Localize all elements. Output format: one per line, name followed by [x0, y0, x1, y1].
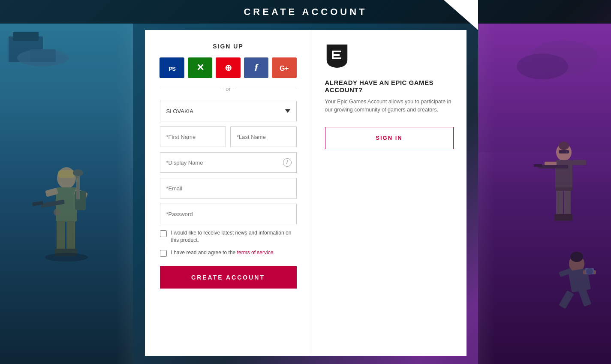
svg-rect-31 — [534, 164, 542, 167]
page-title: CREATE ACCOUNT — [244, 6, 367, 18]
svg-rect-26 — [559, 150, 569, 153]
country-select[interactable]: SLOVAKIA CZECH REPUBLIC AUSTRIA GERMANY … — [160, 101, 297, 121]
left-scene-bg — [0, 24, 133, 364]
nintendo-icon: ⊕ — [225, 63, 232, 73]
first-name-input[interactable] — [160, 126, 226, 147]
svg-rect-11 — [57, 221, 65, 251]
svg-point-18 — [73, 169, 83, 176]
svg-rect-49 — [332, 51, 334, 59]
terms-checkbox[interactable] — [160, 250, 167, 257]
playstation-signup-button[interactable] — [160, 57, 184, 78]
terms-label: I have read and agree to the terms of se… — [171, 249, 275, 256]
last-name-input[interactable] — [230, 126, 297, 147]
create-account-button[interactable]: CREATE ACCOUNT — [160, 266, 297, 289]
svg-rect-33 — [564, 189, 571, 217]
modal-container: SIGN UP ✕ ⊕ or — [145, 30, 467, 356]
svg-rect-17 — [76, 174, 80, 199]
facebook-signup-button[interactable] — [244, 57, 268, 78]
epic-games-logo — [325, 43, 454, 70]
svg-rect-12 — [66, 221, 75, 251]
svg-rect-27 — [555, 160, 572, 190]
svg-rect-36 — [555, 187, 572, 191]
terms-suffix: . — [273, 250, 274, 256]
svg-rect-2 — [13, 32, 39, 41]
divider-line-left — [160, 89, 222, 89]
svg-rect-16 — [58, 170, 75, 178]
already-account-description: Your Epic Games Account allows you to pa… — [325, 98, 454, 114]
terms-prefix: I have read and agree to the — [171, 250, 237, 256]
email-input[interactable] — [160, 178, 297, 199]
svg-rect-4 — [30, 49, 56, 62]
existing-account-panel: ALREADY HAVE AN EPIC GAMES ACCOUNT? Your… — [312, 30, 467, 356]
social-buttons-row: ✕ ⊕ — [160, 57, 297, 78]
google-signup-button[interactable] — [272, 57, 296, 78]
header-bar: CREATE ACCOUNT — [0, 0, 611, 24]
signup-panel: SIGN UP ✕ ⊕ or — [145, 30, 312, 356]
password-field-group — [160, 204, 297, 224]
svg-rect-32 — [556, 189, 563, 217]
svg-point-25 — [559, 141, 569, 150]
svg-rect-44 — [559, 290, 574, 309]
country-field-group: SLOVAKIA CZECH REPUBLIC AUSTRIA GERMANY … — [160, 101, 297, 121]
svg-point-20 — [54, 209, 60, 216]
svg-point-23 — [517, 54, 568, 79]
svg-point-19 — [45, 253, 88, 262]
right-scene-bg — [478, 24, 611, 364]
already-account-heading: ALREADY HAVE AN EPIC GAMES ACCOUNT? — [325, 79, 454, 93]
nintendo-signup-button[interactable]: ⊕ — [216, 57, 240, 78]
svg-point-43 — [586, 268, 593, 275]
or-divider: or — [160, 86, 297, 92]
display-name-input[interactable] — [160, 152, 297, 173]
terms-checkbox-group: I have read and agree to the terms of se… — [160, 249, 297, 257]
svg-point-38 — [570, 252, 583, 262]
xbox-icon: ✕ — [196, 62, 204, 73]
name-fields-group — [160, 126, 297, 147]
newsletter-checkbox-group: I would like to receive latest news and … — [160, 229, 297, 244]
sign-up-heading: SIGN UP — [160, 43, 297, 50]
sign-in-button[interactable]: SIGN IN — [325, 127, 454, 149]
facebook-icon — [255, 62, 258, 73]
display-name-group: i — [160, 152, 297, 173]
display-name-info-icon[interactable]: i — [283, 158, 292, 167]
svg-rect-29 — [572, 160, 586, 165]
or-text: or — [226, 86, 231, 92]
newsletter-label: I would like to receive latest news and … — [171, 229, 297, 244]
svg-rect-35 — [562, 214, 572, 221]
email-field-group — [160, 178, 297, 199]
svg-rect-21 — [478, 24, 611, 152]
svg-rect-30 — [538, 165, 568, 168]
newsletter-checkbox[interactable] — [160, 230, 167, 237]
playstation-icon — [169, 63, 175, 73]
xbox-signup-button[interactable]: ✕ — [188, 57, 212, 78]
terms-of-service-link[interactable]: terms of service — [237, 250, 274, 256]
password-input[interactable] — [160, 204, 297, 224]
google-plus-icon — [280, 63, 289, 73]
divider-line-right — [235, 89, 297, 89]
